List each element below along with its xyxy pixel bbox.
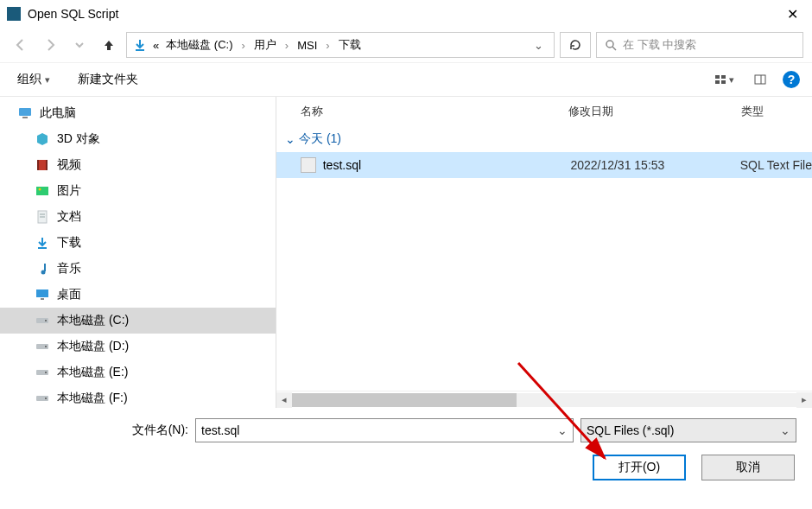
document-icon	[35, 209, 50, 225]
tree-this-pc[interactable]: 此电脑	[0, 100, 276, 126]
scroll-track[interactable]	[292, 393, 796, 407]
svg-rect-7	[755, 75, 765, 84]
new-folder-button[interactable]: 新建文件夹	[73, 68, 143, 91]
titlebar: Open SQL Script ✕	[0, 0, 812, 28]
breadcrumb-item[interactable]: MSI	[295, 39, 319, 52]
column-name[interactable]: 名称	[301, 104, 568, 119]
monitor-icon	[17, 105, 33, 121]
nav-row: « 本地磁盘 (C:) › 用户 › MSI › 下载 ⌄ 在 下载 中搜索	[0, 28, 812, 62]
svg-rect-22	[41, 298, 44, 300]
svg-rect-0	[136, 49, 144, 51]
filetype-value: SQL Files (*.sql)	[587, 423, 674, 437]
svg-point-1	[606, 41, 613, 48]
tree-downloads[interactable]: 下载	[0, 230, 276, 256]
column-headers[interactable]: 名称 修改日期 类型	[276, 97, 812, 126]
tree-label: 本地磁盘 (E:)	[57, 365, 128, 380]
refresh-button[interactable]	[560, 32, 591, 58]
chevron-down-icon[interactable]: ⌄	[780, 423, 790, 437]
svg-rect-4	[721, 75, 726, 79]
search-input[interactable]: 在 下载 中搜索	[596, 32, 803, 58]
svg-point-15	[39, 188, 41, 191]
tree-videos[interactable]: 视频	[0, 152, 276, 178]
svg-rect-9	[19, 108, 31, 116]
organize-menu[interactable]: 组织 ▾	[12, 68, 55, 91]
cube-icon	[35, 131, 50, 147]
file-list[interactable]: ⌄ 今天 (1) test.sql 2022/12/31 15:53 SQL T…	[276, 126, 812, 391]
tree-local-disk-e[interactable]: 本地磁盘 (E:)	[0, 359, 276, 385]
scroll-thumb[interactable]	[292, 393, 517, 407]
tree-local-disk-f[interactable]: 本地磁盘 (F:)	[0, 385, 276, 408]
breadcrumb-item[interactable]: 本地磁盘 (C:)	[164, 37, 234, 53]
tree-label: 音乐	[57, 261, 81, 277]
chevron-down-icon[interactable]: ⌄	[557, 423, 568, 437]
tree-pictures[interactable]: 图片	[0, 178, 276, 204]
column-date[interactable]: 修改日期	[568, 104, 741, 119]
window-title: Open SQL Script	[28, 7, 780, 21]
preview-pane-button[interactable]	[746, 67, 774, 92]
app-icon	[7, 7, 21, 21]
filetype-select[interactable]: SQL Files (*.sql) ⌄	[580, 418, 796, 442]
svg-line-2	[612, 47, 616, 50]
tree-local-disk-d[interactable]: 本地磁盘 (D:)	[0, 334, 276, 359]
view-options-button[interactable]: ▾	[710, 67, 738, 92]
close-button[interactable]: ✕	[780, 6, 805, 22]
breadcrumb-item[interactable]: 下载	[337, 37, 363, 53]
chevron-down-icon: ▾	[45, 74, 50, 86]
column-type[interactable]: 类型	[741, 104, 812, 119]
tree-documents[interactable]: 文档	[0, 204, 276, 230]
tree-music[interactable]: 音乐	[0, 256, 276, 282]
tree-desktop[interactable]: 桌面	[0, 282, 276, 308]
tree-local-disk-c[interactable]: 本地磁盘 (C:)	[0, 308, 276, 334]
filename-input[interactable]: test.sql ⌄	[195, 418, 574, 442]
svg-point-30	[45, 398, 47, 399]
svg-point-24	[45, 320, 47, 321]
file-date: 2022/12/31 15:53	[570, 158, 739, 172]
film-icon	[35, 157, 50, 173]
chevron-right-icon: ›	[322, 39, 333, 52]
recent-dropdown[interactable]	[67, 33, 92, 57]
forward-button[interactable]	[38, 33, 62, 57]
address-bar[interactable]: « 本地磁盘 (C:) › 用户 › MSI › 下载 ⌄	[126, 32, 555, 58]
filename-label: 文件名(N):	[16, 423, 188, 438]
cancel-button[interactable]: 取消	[701, 455, 795, 480]
nav-tree[interactable]: 此电脑 3D 对象 视频 图片 文档 下载 音乐 桌面	[0, 97, 276, 408]
tree-label: 桌面	[57, 287, 81, 302]
search-placeholder: 在 下载 中搜索	[623, 37, 696, 53]
file-row[interactable]: test.sql 2022/12/31 15:53 SQL Text File	[276, 152, 812, 178]
svg-rect-3	[715, 75, 720, 79]
search-icon	[604, 38, 618, 52]
svg-point-20	[41, 270, 46, 275]
address-dropdown[interactable]: ⌄	[529, 39, 549, 52]
file-type: SQL Text File	[740, 158, 812, 172]
back-button[interactable]	[9, 33, 33, 57]
svg-point-28	[45, 372, 47, 373]
scroll-left-icon[interactable]: ◂	[276, 392, 292, 408]
tree-3d-objects[interactable]: 3D 对象	[0, 126, 276, 152]
tree-label: 3D 对象	[57, 131, 100, 147]
tree-label: 此电脑	[40, 105, 76, 121]
breadcrumb-item[interactable]: 用户	[252, 37, 278, 53]
up-button[interactable]	[97, 33, 121, 57]
picture-icon	[35, 183, 50, 199]
svg-rect-19	[38, 247, 47, 249]
tree-label: 图片	[57, 183, 81, 199]
dialog-body: 此电脑 3D 对象 视频 图片 文档 下载 音乐 桌面	[0, 97, 812, 408]
help-button[interactable]: ?	[783, 71, 800, 88]
chevron-right-icon: ›	[238, 39, 249, 52]
svg-rect-5	[715, 80, 720, 84]
group-label: 今天 (1)	[299, 131, 341, 147]
toolbar: 组织 ▾ 新建文件夹 ▾ ?	[0, 62, 812, 97]
drive-icon	[35, 365, 50, 380]
cancel-label: 取消	[736, 460, 760, 475]
tree-label: 本地磁盘 (C:)	[57, 313, 129, 328]
scroll-right-icon[interactable]: ▸	[796, 392, 812, 408]
drive-icon	[35, 339, 50, 354]
group-today[interactable]: ⌄ 今天 (1)	[276, 126, 812, 152]
dialog-footer: 文件名(N): test.sql ⌄ SQL Files (*.sql) ⌄ 打…	[0, 408, 812, 489]
open-label: 打开(O)	[619, 460, 660, 475]
tree-label: 文档	[57, 209, 81, 225]
open-button[interactable]: 打开(O)	[593, 455, 686, 480]
svg-rect-12	[37, 160, 39, 170]
svg-rect-14	[36, 187, 48, 195]
horizontal-scrollbar[interactable]: ◂ ▸	[276, 391, 812, 408]
